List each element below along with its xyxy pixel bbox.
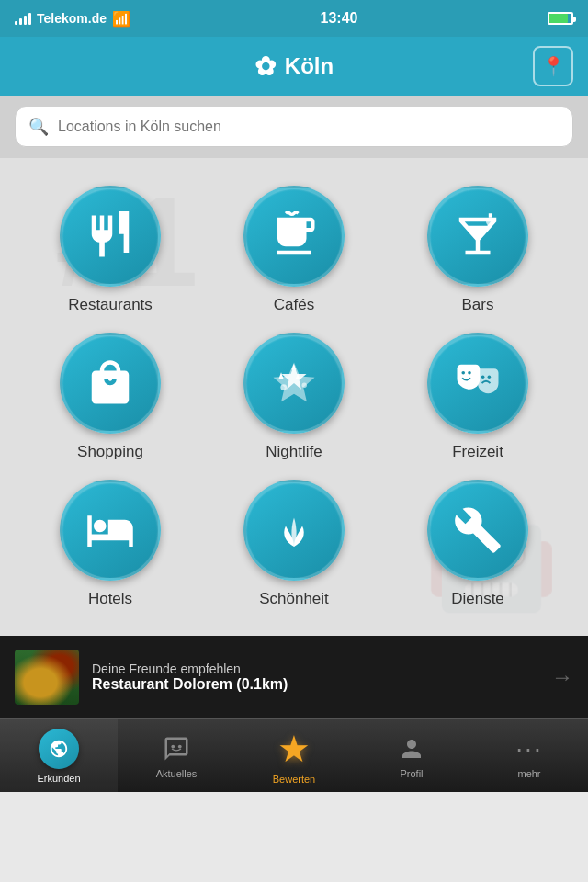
- category-item-freizeit[interactable]: Freizeit: [395, 333, 560, 461]
- category-label-dienste: Dienste: [451, 590, 504, 608]
- svg-point-4: [302, 383, 307, 388]
- svg-point-5: [461, 371, 465, 375]
- header-title: ✿ Köln: [254, 51, 334, 82]
- ad-banner[interactable]: Deine Freunde empfehlen Restaurant Dolor…: [0, 636, 588, 718]
- profil-icon: [396, 733, 427, 764]
- category-circle-bars: [427, 186, 528, 287]
- search-input[interactable]: [58, 119, 560, 135]
- category-item-dienste[interactable]: Dienste: [395, 480, 560, 608]
- category-circle-hotels: [60, 480, 161, 581]
- ad-bold-text: Restaurant Dolorem (0.1km): [92, 676, 538, 693]
- wifi-icon: 📶: [112, 10, 130, 28]
- svg-point-10: [178, 744, 182, 748]
- category-grid-area: #1 🤖 Restaurants Cafés: [0, 158, 588, 636]
- ad-arrow-icon: →: [551, 664, 573, 690]
- category-label-restaurants: Restaurants: [68, 296, 153, 314]
- nav-item-mehr[interactable]: ··· mehr: [470, 719, 588, 792]
- svg-point-9: [171, 744, 175, 748]
- ad-text: Deine Freunde empfehlen Restaurant Dolor…: [92, 662, 538, 693]
- category-item-hotels[interactable]: Hotels: [28, 480, 193, 608]
- category-label-nightlife: Nightlife: [266, 443, 322, 461]
- category-item-shopping[interactable]: Shopping: [28, 333, 193, 461]
- category-item-cafes[interactable]: Cafés: [211, 186, 377, 314]
- category-circle-cafes: [243, 186, 345, 287]
- nav-item-bewerten[interactable]: ★ Bewerten: [235, 719, 353, 792]
- erkunden-icon: [39, 729, 79, 769]
- search-bar: 🔍: [15, 107, 573, 147]
- location-button[interactable]: 📍: [533, 46, 573, 86]
- nav-item-erkunden[interactable]: Erkunden: [0, 719, 118, 792]
- time-display: 13:40: [321, 10, 358, 27]
- location-pin-icon: 📍: [542, 55, 565, 77]
- cocktail-icon: [453, 211, 503, 261]
- category-circle-schoenheit: [243, 480, 345, 581]
- svg-point-8: [488, 375, 492, 379]
- svg-point-7: [481, 375, 485, 379]
- category-label-hotels: Hotels: [88, 590, 132, 608]
- nav-item-profil[interactable]: Profil: [353, 719, 470, 792]
- city-name: Köln: [285, 53, 334, 79]
- search-icon: 🔍: [28, 117, 49, 137]
- svg-point-0: [486, 218, 494, 226]
- profil-label: Profil: [400, 768, 423, 779]
- carrier-label: Telekom.de: [37, 11, 107, 26]
- category-label-cafes: Cafés: [274, 296, 314, 314]
- header: ✿ Köln 📍: [0, 37, 588, 96]
- category-label-freizeit: Freizeit: [452, 443, 503, 461]
- masks-icon: [453, 358, 503, 408]
- shopping-icon: [85, 358, 135, 408]
- aktuelles-label: Aktuelles: [156, 768, 198, 779]
- app-logo-icon: ✿: [254, 51, 276, 82]
- bed-icon: [85, 505, 135, 555]
- bottom-nav: Erkunden Aktuelles ★ Bewerten Profil ·: [0, 718, 588, 792]
- svg-point-3: [280, 384, 287, 390]
- category-label-shopping: Shopping: [77, 443, 143, 461]
- category-label-schoenheit: Schönheit: [259, 590, 329, 608]
- category-item-bars[interactable]: Bars: [395, 186, 560, 314]
- nav-item-aktuelles[interactable]: Aktuelles: [118, 719, 235, 792]
- ad-main-text: Deine Freunde empfehlen: [92, 662, 538, 676]
- svg-point-6: [468, 371, 471, 375]
- search-container: 🔍: [0, 96, 588, 158]
- bewerten-icon: ★: [273, 728, 315, 770]
- status-left: Telekom.de 📶: [15, 10, 130, 28]
- category-item-nightlife[interactable]: Nightlife: [211, 333, 377, 461]
- category-grid: Restaurants Cafés Bars: [9, 176, 579, 617]
- category-item-restaurants[interactable]: Restaurants: [28, 186, 193, 314]
- ad-image: [15, 650, 79, 705]
- aktuelles-icon: [161, 733, 192, 764]
- category-circle-dienste: [427, 480, 528, 581]
- bewerten-label: Bewerten: [273, 774, 315, 785]
- mehr-label: mehr: [517, 768, 540, 779]
- signal-bars: [15, 12, 31, 25]
- status-bar: Telekom.de 📶 13:40: [0, 0, 588, 37]
- utensils-icon: [85, 211, 135, 261]
- nightlife-stars-icon: [269, 358, 319, 408]
- status-right: [548, 12, 573, 25]
- category-circle-shopping: [60, 333, 161, 434]
- tools-icon: [453, 505, 503, 555]
- mehr-icon: ···: [514, 733, 545, 764]
- category-item-schoenheit[interactable]: Schönheit: [211, 480, 377, 608]
- category-circle-restaurants: [60, 186, 161, 287]
- category-circle-nightlife: [243, 333, 345, 434]
- battery-icon: [548, 12, 573, 25]
- coffee-icon: [269, 211, 319, 261]
- erkunden-label: Erkunden: [37, 773, 80, 784]
- leaf-icon: [269, 505, 319, 555]
- category-circle-freizeit: [427, 333, 528, 434]
- category-label-bars: Bars: [462, 296, 494, 314]
